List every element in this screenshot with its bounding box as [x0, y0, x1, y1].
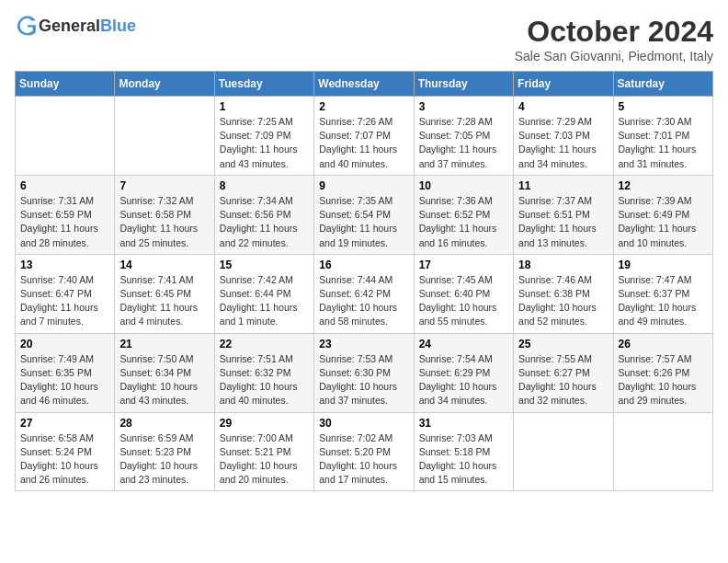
logo-icon — [17, 15, 39, 37]
calendar-day-cell: 15 Sunrise: 7:42 AMSunset: 6:44 PMDaylig… — [214, 254, 313, 333]
day-number: 18 — [518, 259, 608, 271]
logo-blue-text: Blue — [100, 17, 136, 35]
weekday-header: Friday — [514, 72, 613, 97]
day-number: 14 — [119, 259, 209, 271]
calendar-day-cell: 6 Sunrise: 7:31 AMSunset: 6:59 PMDayligh… — [16, 175, 115, 254]
title-section: October 2024 Sale San Giovanni, Piedmont… — [515, 15, 713, 63]
day-number: 20 — [20, 338, 109, 350]
calendar-day-cell: 30 Sunrise: 7:02 AMSunset: 5:20 PMDaylig… — [314, 412, 414, 491]
weekday-header: Sunday — [16, 72, 115, 97]
day-info: Sunrise: 7:49 AMSunset: 6:35 PMDaylight:… — [20, 353, 98, 407]
day-info: Sunrise: 7:39 AMSunset: 6:49 PMDaylight:… — [619, 195, 697, 248]
day-info: Sunrise: 7:41 AMSunset: 6:45 PMDaylight:… — [119, 274, 198, 327]
logo: GeneralBlue — [15, 15, 136, 37]
day-number: 1 — [220, 100, 309, 113]
day-info: Sunrise: 6:59 AMSunset: 5:23 PMDaylight:… — [119, 432, 198, 486]
calendar-day-cell: 14 Sunrise: 7:41 AMSunset: 6:45 PMDaylig… — [115, 254, 214, 333]
day-info: Sunrise: 7:54 AMSunset: 6:29 PMDaylight:… — [419, 353, 497, 407]
calendar-week-row: 20 Sunrise: 7:49 AMSunset: 6:35 PMDaylig… — [16, 333, 713, 412]
logo-general-text: General — [39, 17, 100, 35]
weekday-header: Thursday — [414, 72, 513, 97]
day-info: Sunrise: 7:57 AMSunset: 6:26 PMDaylight:… — [619, 353, 697, 407]
calendar-day-cell: 22 Sunrise: 7:51 AMSunset: 6:32 PMDaylig… — [214, 333, 313, 412]
day-info: Sunrise: 7:03 AMSunset: 5:18 PMDaylight:… — [419, 432, 497, 486]
calendar-day-cell — [115, 97, 214, 176]
calendar-day-cell: 1 Sunrise: 7:25 AMSunset: 7:09 PMDayligh… — [214, 97, 313, 176]
weekday-header: Saturday — [613, 72, 712, 97]
weekday-header: Tuesday — [214, 72, 313, 97]
day-number: 10 — [419, 179, 508, 192]
day-number: 25 — [518, 338, 608, 350]
day-info: Sunrise: 7:02 AMSunset: 5:20 PMDaylight:… — [319, 432, 397, 486]
day-number: 8 — [220, 179, 309, 192]
day-number: 31 — [419, 417, 508, 430]
calendar-day-cell: 8 Sunrise: 7:34 AMSunset: 6:56 PMDayligh… — [214, 175, 313, 254]
calendar-day-cell: 28 Sunrise: 6:59 AMSunset: 5:23 PMDaylig… — [115, 412, 214, 491]
calendar-day-cell: 3 Sunrise: 7:28 AMSunset: 7:05 PMDayligh… — [414, 97, 513, 176]
month-title: October 2024 — [515, 15, 713, 49]
day-info: Sunrise: 7:00 AMSunset: 5:21 PMDaylight:… — [220, 432, 298, 486]
day-info: Sunrise: 7:44 AMSunset: 6:42 PMDaylight:… — [319, 274, 397, 327]
calendar-day-cell: 2 Sunrise: 7:26 AMSunset: 7:07 PMDayligh… — [314, 97, 414, 176]
day-info: Sunrise: 7:31 AMSunset: 6:59 PMDaylight:… — [20, 195, 98, 248]
day-info: Sunrise: 7:45 AMSunset: 6:40 PMDaylight:… — [419, 274, 497, 327]
day-number: 3 — [419, 100, 508, 113]
day-number: 30 — [319, 417, 408, 430]
day-info: Sunrise: 7:30 AMSunset: 7:01 PMDaylight:… — [619, 116, 697, 169]
day-info: Sunrise: 7:32 AMSunset: 6:58 PMDaylight:… — [119, 195, 198, 248]
day-number: 12 — [619, 179, 708, 192]
day-info: Sunrise: 7:50 AMSunset: 6:34 PMDaylight:… — [119, 353, 198, 407]
day-number: 19 — [619, 259, 708, 271]
calendar-day-cell: 29 Sunrise: 7:00 AMSunset: 5:21 PMDaylig… — [214, 412, 313, 491]
day-info: Sunrise: 7:34 AMSunset: 6:56 PMDaylight:… — [220, 195, 298, 248]
calendar-day-cell: 11 Sunrise: 7:37 AMSunset: 6:51 PMDaylig… — [514, 175, 613, 254]
calendar-day-cell: 31 Sunrise: 7:03 AMSunset: 5:18 PMDaylig… — [414, 412, 513, 491]
day-number: 4 — [518, 100, 608, 113]
calendar-day-cell: 13 Sunrise: 7:40 AMSunset: 6:47 PMDaylig… — [16, 254, 115, 333]
calendar-table: SundayMondayTuesdayWednesdayThursdayFrid… — [15, 71, 713, 491]
calendar-day-cell: 25 Sunrise: 7:55 AMSunset: 6:27 PMDaylig… — [514, 333, 613, 412]
calendar-day-cell: 23 Sunrise: 7:53 AMSunset: 6:30 PMDaylig… — [314, 333, 414, 412]
day-info: Sunrise: 7:55 AMSunset: 6:27 PMDaylight:… — [518, 353, 597, 407]
location-title: Sale San Giovanni, Piedmont, Italy — [515, 49, 713, 63]
calendar-day-cell: 27 Sunrise: 6:58 AMSunset: 5:24 PMDaylig… — [16, 412, 115, 491]
calendar-week-row: 27 Sunrise: 6:58 AMSunset: 5:24 PMDaylig… — [16, 412, 713, 491]
day-info: Sunrise: 7:28 AMSunset: 7:05 PMDaylight:… — [419, 116, 497, 169]
calendar-day-cell: 18 Sunrise: 7:46 AMSunset: 6:38 PMDaylig… — [514, 254, 613, 333]
day-number: 13 — [20, 259, 109, 271]
day-number: 9 — [319, 179, 408, 192]
day-number: 28 — [119, 417, 209, 430]
weekday-header: Wednesday — [314, 72, 414, 97]
day-info: Sunrise: 7:46 AMSunset: 6:38 PMDaylight:… — [518, 274, 597, 327]
day-info: Sunrise: 7:36 AMSunset: 6:52 PMDaylight:… — [419, 195, 497, 248]
day-info: Sunrise: 7:42 AMSunset: 6:44 PMDaylight:… — [220, 274, 298, 327]
calendar-day-cell: 5 Sunrise: 7:30 AMSunset: 7:01 PMDayligh… — [613, 97, 712, 176]
calendar-day-cell: 9 Sunrise: 7:35 AMSunset: 6:54 PMDayligh… — [314, 175, 414, 254]
calendar-day-cell: 10 Sunrise: 7:36 AMSunset: 6:52 PMDaylig… — [414, 175, 513, 254]
calendar-day-cell — [613, 412, 712, 491]
day-number: 15 — [220, 259, 309, 271]
calendar-day-cell: 7 Sunrise: 7:32 AMSunset: 6:58 PMDayligh… — [115, 175, 214, 254]
day-number: 27 — [20, 417, 109, 430]
calendar-week-row: 1 Sunrise: 7:25 AMSunset: 7:09 PMDayligh… — [16, 97, 713, 176]
calendar-day-cell: 4 Sunrise: 7:29 AMSunset: 7:03 PMDayligh… — [514, 97, 613, 176]
day-info: Sunrise: 7:51 AMSunset: 6:32 PMDaylight:… — [220, 353, 298, 407]
calendar-day-cell: 26 Sunrise: 7:57 AMSunset: 6:26 PMDaylig… — [613, 333, 712, 412]
day-info: Sunrise: 7:26 AMSunset: 7:07 PMDaylight:… — [319, 116, 397, 169]
calendar-day-cell: 12 Sunrise: 7:39 AMSunset: 6:49 PMDaylig… — [613, 175, 712, 254]
day-number: 21 — [119, 338, 209, 350]
day-number: 29 — [220, 417, 309, 430]
day-info: Sunrise: 7:25 AMSunset: 7:09 PMDaylight:… — [220, 116, 298, 169]
calendar-day-cell: 16 Sunrise: 7:44 AMSunset: 6:42 PMDaylig… — [314, 254, 414, 333]
day-number: 5 — [619, 100, 708, 113]
day-number: 6 — [20, 179, 109, 192]
weekday-header: Monday — [115, 72, 214, 97]
day-number: 11 — [518, 179, 608, 192]
calendar-day-cell: 17 Sunrise: 7:45 AMSunset: 6:40 PMDaylig… — [414, 254, 513, 333]
day-number: 26 — [619, 338, 708, 350]
day-number: 22 — [220, 338, 309, 350]
day-number: 17 — [419, 259, 508, 271]
day-info: Sunrise: 7:29 AMSunset: 7:03 PMDaylight:… — [518, 116, 597, 169]
calendar-week-row: 13 Sunrise: 7:40 AMSunset: 6:47 PMDaylig… — [16, 254, 713, 333]
calendar-day-cell: 20 Sunrise: 7:49 AMSunset: 6:35 PMDaylig… — [16, 333, 115, 412]
